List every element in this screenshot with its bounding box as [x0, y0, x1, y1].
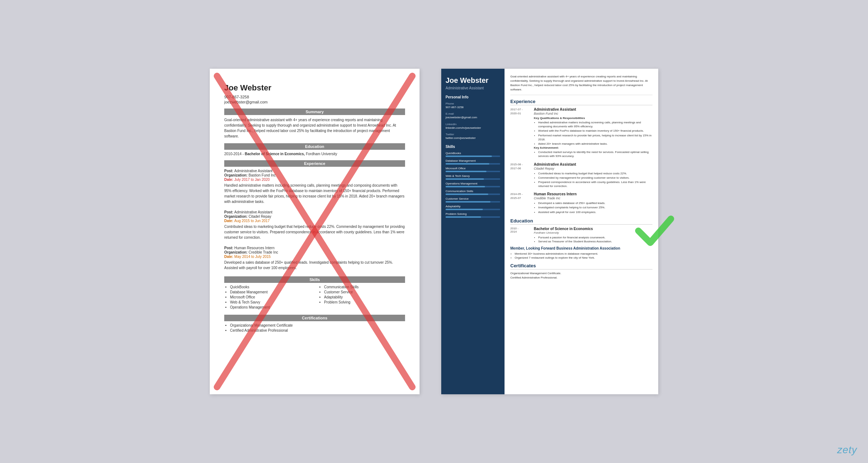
edu-years: 2010-2014 -: [224, 152, 245, 156]
certs-list: Organizational Management Certificate Ce…: [224, 323, 405, 332]
skill-bar-name: Communication Skills: [446, 190, 500, 193]
exp3-post: Post: Human Resources Intern: [224, 246, 405, 250]
list-item: Conducted market surveys to identify the…: [538, 150, 652, 158]
skill-bar-bg: [446, 216, 500, 218]
skill-bar-name: Operations Management: [446, 182, 500, 185]
zety-watermark: zety: [837, 444, 857, 456]
exp2-desc: Contributed ideas to marketing budget th…: [224, 224, 405, 240]
exp2-date: Date: Aug 2015 to Jun 2017: [224, 219, 405, 223]
skill-2: Database Management: [230, 290, 311, 294]
skill-bar-item: Operations Management: [446, 182, 500, 187]
exp2-org: Organization: Citadel Repay: [224, 214, 405, 218]
job2-title: Administrative Assistant: [534, 162, 652, 166]
job2-bullets: Contributed ideas to marketing budget th…: [534, 171, 652, 188]
skill-bar-name: Adaptability: [446, 205, 500, 208]
resume-good-wrapper: Joe Webster Administrative Assistant Per…: [441, 69, 658, 394]
job1-achievement-title: Key Achievement:: [534, 146, 652, 149]
list-item: Handled administrative matters including…: [538, 120, 652, 128]
skill-6: Communication Skills: [324, 285, 405, 289]
skill-bar-item: Microsoft Office: [446, 167, 500, 172]
edu-entry-1: 2010 - 2014 Bachelor of Science in Econo…: [510, 227, 652, 243]
skill-bar-bg: [446, 201, 500, 203]
skill-9: Problem Solving: [324, 300, 405, 304]
job2-org: Citadel Repay: [534, 167, 652, 170]
resume-bad: Joe Webster 907-867-3258 joezwebster@gma…: [210, 69, 420, 394]
experience-title: Experience: [510, 99, 652, 105]
skill-bar-name: Microsoft Office: [446, 167, 500, 170]
list-item: Developed a sales database of 250+ quali…: [538, 201, 652, 205]
job3-body: Human Resources Intern Credible Trade In…: [534, 192, 652, 214]
skill-bar-bg: [446, 171, 500, 172]
skill-bar-item: Communication Skills: [446, 190, 500, 195]
skill-bar-fill: [446, 194, 488, 195]
job3-dates: 2014-05 - 2015-07: [510, 192, 530, 214]
skill-bar-bg: [446, 209, 500, 210]
right-name: Joe Webster: [446, 76, 500, 85]
skill-1: QuickBooks: [230, 285, 311, 289]
skills-col-2: Communication Skills Customer Service Ad…: [318, 285, 405, 310]
job1-body: Administrative Assistant Bastion Fund In…: [534, 107, 652, 159]
list-item: Commended by management for providing cu…: [538, 176, 652, 180]
right-title: Administrative Assistant: [446, 86, 500, 90]
skill-8: Adaptability: [324, 295, 405, 299]
list-item: Served as Treasurer of the Student Busin…: [538, 239, 612, 243]
skill-bar-bg: [446, 178, 500, 180]
exp-item-1: Post: Administrative Assistant Organizat…: [224, 169, 405, 204]
list-item: Aided 20+ branch managers with administr…: [538, 142, 652, 146]
skill-5: Operations Management: [230, 305, 311, 309]
sidebar: Joe Webster Administrative Assistant Per…: [441, 69, 505, 394]
cert-item-2: Certified Administrative Professional.: [510, 276, 652, 279]
email-value: joezwebster@gmail.com: [446, 116, 500, 119]
job1-dates: 2017-07 - 2020-01: [510, 107, 530, 159]
skill-bar-bg: [446, 163, 500, 165]
personal-info-title: Personal Info: [446, 95, 500, 99]
skill-bar-bg: [446, 156, 500, 157]
member-bullets: Mentored 30+ business administrators in …: [510, 252, 652, 260]
twitter-label: Twitter: [446, 133, 500, 136]
job3-bullets: Developed a sales database of 250+ quali…: [534, 201, 652, 214]
summary-text: Goal-oriented administrative assistant w…: [224, 117, 405, 139]
right-job-3: 2014-05 - 2015-07 Human Resources Intern…: [510, 192, 652, 214]
education-title: Education: [510, 218, 652, 225]
skill-bar-name: QuickBooks: [446, 152, 500, 155]
list-item: Assisted with payroll for over 100 emplo…: [538, 210, 652, 214]
skill-bar-item: Web & Tech Savvy: [446, 174, 500, 180]
education-header: Education: [224, 143, 405, 150]
job3-org: Credible Trade Inc: [534, 196, 652, 200]
linkedin-value: linkedin.com/in/joezwebster: [446, 126, 500, 130]
job1-qual-title: Key Qualifications & Responsibilities: [534, 116, 652, 120]
job2-body: Administrative Assistant Citadel Repay C…: [534, 162, 652, 189]
education-entry: 2010-2014 - Bachelor of Science in Econo…: [224, 152, 405, 156]
skill-bar-name: Database Management: [446, 159, 500, 162]
experience-header: Experience: [224, 160, 405, 167]
skill-bar-item: Problem Solving: [446, 212, 500, 218]
exp3-desc: Developed a sales database of 250+ quali…: [224, 260, 405, 271]
certificates-title: Certificates: [510, 263, 652, 269]
skill-bar-fill: [446, 216, 481, 218]
job1-org: Bastion Fund Inc: [534, 112, 652, 115]
edu-school: Fordham University: [305, 152, 337, 156]
skill-bar-bg: [446, 186, 500, 187]
exp3-date: Date: May 2014 to July 2015: [224, 255, 405, 259]
exp1-org: Organization: Bastion Fund Inc: [224, 173, 405, 177]
job3-title: Human Resources Intern: [534, 192, 652, 196]
skill-3: Microsoft Office: [230, 295, 311, 299]
list-item: Investigated complaints helping to cut t…: [538, 205, 652, 209]
list-item: Contributed ideas to marketing budget th…: [538, 171, 652, 175]
skill-bar-fill: [446, 201, 490, 203]
job1-title: Administrative Assistant: [534, 107, 652, 111]
edu-degree: Bachelor of Science in Economics,: [245, 152, 305, 156]
job1-achievements: Conducted market surveys to identify the…: [534, 150, 652, 158]
edu1-body: Bachelor of Science in Economics Fordham…: [534, 227, 612, 243]
summary-header: Summary: [224, 109, 405, 115]
right-job-1: 2017-07 - 2020-01 Administrative Assista…: [510, 107, 652, 159]
main-container: Joe Webster 907-867-3258 joezwebster@gma…: [195, 54, 673, 409]
phone-value: 907-867-3258: [446, 106, 500, 109]
exp2-post: Post: Administrative Assistant: [224, 210, 405, 214]
list-item: Performed market research to provide fai…: [538, 133, 652, 141]
right-job-2: 2015-08 - 2017-06 Administrative Assista…: [510, 162, 652, 189]
list-item: Prepared correspondence in accordance wi…: [538, 180, 652, 188]
skill-bar-item: Adaptability: [446, 205, 500, 210]
skill-7: Customer Service: [324, 290, 405, 294]
skill-bar-item: QuickBooks: [446, 152, 500, 157]
